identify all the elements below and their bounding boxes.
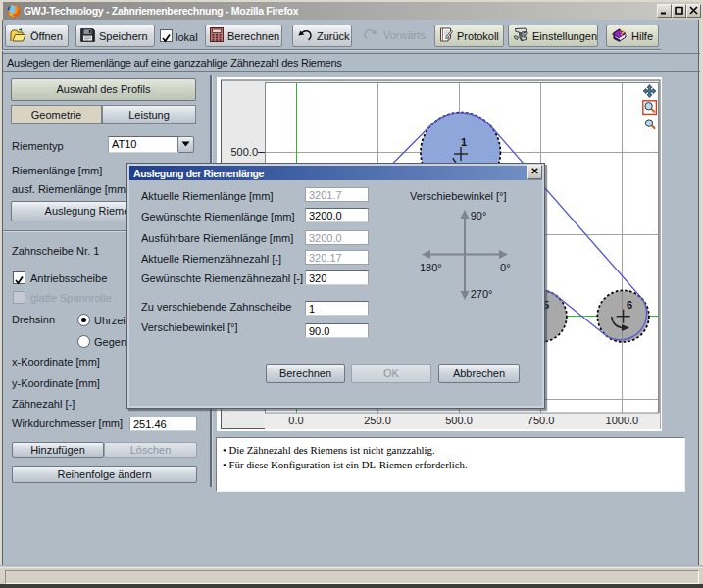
svg-text:270°: 270° bbox=[471, 288, 493, 300]
svg-text:0.0: 0.0 bbox=[288, 415, 303, 426]
svg-text:90°: 90° bbox=[471, 210, 487, 221]
svg-text:750.0: 750.0 bbox=[527, 415, 555, 426]
svg-text:1000.0: 1000.0 bbox=[606, 415, 639, 426]
svg-text:1: 1 bbox=[461, 136, 467, 148]
svg-text:500.0: 500.0 bbox=[230, 146, 258, 158]
svg-text:6: 6 bbox=[627, 299, 632, 311]
svg-text:250.0: 250.0 bbox=[364, 415, 391, 426]
svg-text:0°: 0° bbox=[500, 262, 511, 273]
svg-text:180°: 180° bbox=[420, 262, 442, 273]
svg-text:500.0: 500.0 bbox=[445, 415, 473, 426]
